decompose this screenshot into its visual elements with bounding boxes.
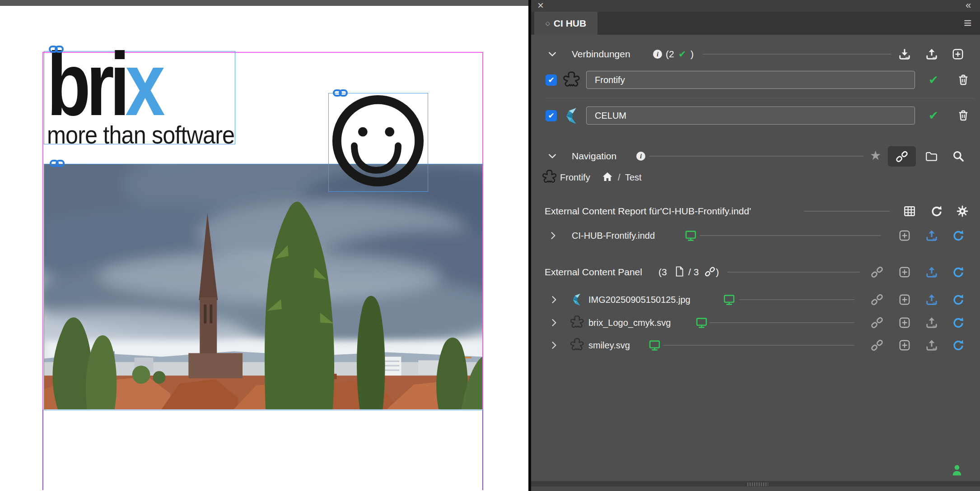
content-panel-link-icon[interactable] — [871, 266, 883, 278]
document-window-bar — [0, 0, 528, 6]
content-panel-count-open: (3 — [658, 267, 667, 278]
img-celum-icon — [571, 293, 584, 306]
search-icon[interactable] — [952, 150, 965, 162]
tab-title: CI HUB — [554, 18, 586, 29]
user-account-icon[interactable] — [950, 463, 964, 477]
smiley-frame[interactable] — [328, 93, 428, 192]
add-connection-icon[interactable] — [952, 48, 964, 60]
close-icon[interactable]: × — [537, 0, 544, 12]
navigation-title[interactable]: Navigation — [572, 151, 616, 162]
smileysvg-upload-icon[interactable] — [925, 339, 938, 352]
indd-refresh-icon[interactable] — [952, 229, 965, 242]
smiley-link-badge-icon[interactable] — [333, 88, 348, 98]
celum-logo-icon — [564, 107, 582, 125]
brix-tagline: more than software — [47, 120, 234, 149]
breadcrumb-home-icon[interactable] — [602, 171, 613, 183]
panel-resize-grip-icon[interactable] — [747, 482, 768, 486]
column-guide-left — [42, 410, 43, 490]
content-panel-refresh-icon[interactable] — [952, 266, 965, 278]
img-refresh-icon[interactable] — [952, 293, 965, 306]
cihub-panel: × « ≡ ◇ CI HUB Verbindungen i (2 ✔ ) ✔ — [531, 0, 980, 491]
celum-connected-check-icon[interactable]: ✔ — [929, 109, 938, 123]
content-panel-rule — [727, 272, 860, 273]
smileysvg-file-name[interactable]: smiley.svg — [588, 340, 630, 351]
frontify-delete-icon[interactable] — [957, 74, 970, 86]
connections-count-open: (2 — [666, 49, 674, 60]
connections-title[interactable]: Verbindungen — [572, 49, 630, 60]
indd-add-icon[interactable] — [898, 229, 911, 242]
panel-tabbar: ≡ — [531, 12, 980, 35]
frontify-logo-icon — [563, 71, 582, 90]
frontify-enabled-checkbox[interactable]: ✔ — [546, 74, 557, 86]
img-expand-icon[interactable] — [549, 295, 559, 305]
breadcrumb-root[interactable]: Frontify — [560, 172, 590, 183]
indd-upload-icon[interactable] — [925, 229, 938, 242]
cityscape-photo — [44, 164, 482, 409]
connections-count-check-icon: ✔ — [678, 49, 686, 60]
smiley-graphic — [329, 93, 427, 191]
download-connections-icon[interactable] — [898, 48, 911, 60]
brixsvg-add-icon[interactable] — [898, 316, 911, 329]
link-view-button[interactable] — [888, 146, 916, 167]
report-rule — [804, 211, 890, 212]
smileysvg-link-icon[interactable] — [871, 339, 883, 352]
breadcrumb-current[interactable]: Test — [625, 172, 642, 183]
link-view-icon — [896, 150, 908, 163]
report-settings-gear-icon[interactable] — [956, 205, 969, 218]
indd-file-name[interactable]: CI-HUB-Frontify.indd — [572, 231, 655, 241]
folder-view-icon[interactable] — [925, 150, 938, 162]
smileysvg-add-icon[interactable] — [898, 339, 911, 352]
navigation-collapse-icon[interactable] — [547, 151, 557, 161]
brixsvg-upload-icon[interactable] — [925, 316, 938, 329]
favorites-star-icon[interactable]: ★ — [870, 149, 881, 162]
content-panel-add-icon[interactable] — [898, 266, 911, 278]
celum-delete-icon[interactable] — [957, 109, 970, 122]
document-canvas: brix more than software — [0, 0, 528, 491]
brixsvg-expand-icon[interactable] — [549, 318, 559, 328]
brixsvg-file-name[interactable]: brix_Logo_cmyk.svg — [588, 318, 671, 328]
tab-ci-hub[interactable]: ◇ CI HUB — [534, 12, 597, 35]
smileysvg-frontify-icon — [570, 338, 585, 353]
photo-link-badge-icon[interactable] — [50, 158, 65, 169]
margin-guide-left — [42, 52, 43, 410]
report-table-icon[interactable] — [903, 205, 916, 218]
column-guide-right — [482, 410, 483, 490]
connections-collapse-icon[interactable] — [547, 49, 557, 59]
brix-logo-frame[interactable]: brix more than software — [44, 51, 235, 144]
smileysvg-refresh-icon[interactable] — [952, 339, 965, 352]
brix-wordmark-x: x — [126, 34, 161, 134]
brixsvg-frontify-icon — [570, 315, 585, 330]
navigation-info-icon[interactable]: i — [636, 152, 645, 161]
img-add-icon[interactable] — [898, 293, 911, 306]
report-refresh-icon[interactable] — [930, 205, 943, 218]
logo-link-badge-icon[interactable] — [49, 44, 64, 55]
navigation-rule — [649, 156, 863, 157]
connections-info-icon[interactable]: i — [653, 50, 662, 59]
tab-diamond-icon: ◇ — [546, 20, 550, 27]
collapse-panel-icon[interactable]: « — [966, 0, 970, 11]
brixsvg-link-icon[interactable] — [871, 316, 883, 329]
content-panel-chain-icon — [705, 266, 715, 277]
frontify-name-input[interactable] — [586, 71, 915, 89]
upload-connections-icon[interactable] — [925, 48, 938, 60]
content-panel-title: External Content Panel — [545, 267, 642, 278]
photo-frame[interactable] — [44, 164, 483, 410]
checkbox-check-icon: ✔ — [548, 111, 554, 120]
img-upload-icon[interactable] — [925, 293, 938, 306]
content-panel-upload-icon[interactable] — [925, 266, 938, 278]
celum-name-input[interactable] — [586, 107, 915, 125]
breadcrumb-separator: / — [618, 172, 621, 183]
panel-menu-icon[interactable]: ≡ — [964, 15, 972, 31]
celum-enabled-checkbox[interactable]: ✔ — [546, 110, 557, 121]
frontify-connected-check-icon[interactable]: ✔ — [929, 73, 938, 87]
smileysvg-expand-icon[interactable] — [549, 340, 559, 350]
indd-local-laptop-icon — [685, 230, 697, 242]
brixsvg-refresh-icon[interactable] — [952, 316, 965, 329]
img-file-name[interactable]: IMG20250905150125.jpg — [588, 295, 691, 305]
img-link-icon[interactable] — [871, 293, 883, 306]
content-panel-page-icon — [674, 266, 685, 277]
indd-expand-icon[interactable] — [548, 231, 558, 241]
content-panel-count-mid: / 3 — [688, 267, 699, 278]
brixsvg-local-laptop-icon — [695, 317, 708, 329]
smileysvg-rule — [663, 345, 854, 346]
